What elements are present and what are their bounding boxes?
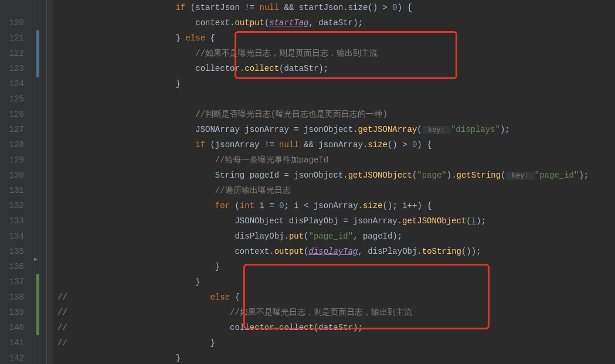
code-line[interactable]: }	[57, 274, 615, 290]
code-editor[interactable]: if (startJson != null && startJson.size(…	[53, 0, 615, 364]
restore-arrow-icon[interactable]: ▶	[34, 252, 38, 267]
line-number: 127	[0, 122, 24, 137]
line-number: 122	[0, 46, 24, 61]
code-line[interactable]: //判断是否曝光日志(曝光日志也是页面日志的一种)	[57, 107, 615, 122]
code-line[interactable]: if (startJson != null && startJson.size(…	[57, 0, 615, 15]
commented-code: //	[57, 338, 67, 348]
line-number: 121	[0, 30, 24, 46]
line-number: 139	[0, 305, 24, 320]
code-line[interactable]: //给每一条曝光事件加pageId	[57, 152, 615, 168]
commented-code: //	[57, 323, 67, 332]
code-line[interactable]: }	[57, 259, 615, 274]
code-line[interactable]	[57, 91, 615, 107]
line-number	[0, 0, 24, 15]
line-number: 137	[0, 274, 24, 290]
line-number: 124	[0, 76, 24, 91]
code-line[interactable]: // else {	[57, 290, 615, 305]
line-number: 141	[0, 335, 24, 351]
code-line[interactable]: String pageId = jsonObject.getJSONObject…	[57, 168, 615, 183]
line-number: 123	[0, 61, 24, 76]
line-number: 128	[0, 137, 24, 152]
line-number: 136	[0, 259, 24, 274]
line-number: 140	[0, 320, 24, 335]
code-line[interactable]: //如果不是曝光日志，则是页面日志，输出到主流	[57, 46, 615, 61]
vcs-change-marker[interactable]	[36, 30, 39, 77]
fold-strip	[41, 0, 53, 364]
line-number: 120	[0, 15, 24, 30]
line-number: 133	[0, 213, 24, 229]
commented-code: //	[57, 292, 67, 302]
code-line[interactable]: context.output(startTag, dataStr);	[57, 15, 615, 30]
code-line[interactable]: if (jsonArray != null && jsonArray.size(…	[57, 137, 615, 152]
code-line[interactable]: disPlayObj.put("page_id", pageId);	[57, 229, 615, 244]
code-line[interactable]: collector.collect(dataStr);	[57, 61, 615, 76]
vcs-change-strip: ▶	[35, 0, 41, 364]
line-number: 130	[0, 168, 24, 183]
line-number: 142	[0, 351, 24, 364]
code-line[interactable]: //遍历输出曝光日志	[57, 183, 615, 198]
code-line[interactable]: JSONArray jsonArray = jsonObject.getJSON…	[57, 122, 615, 137]
code-line[interactable]: // collector.collect(dataStr);	[57, 320, 615, 335]
code-line[interactable]: for (int i = 0; i < jsonArray.size(); i+…	[57, 198, 615, 213]
code-line[interactable]: context.output(displayTag, disPlayObj.to…	[57, 244, 615, 259]
code-line[interactable]: // //如果不是曝光日志，则是页面日志，输出到主流	[57, 305, 615, 320]
line-number: 138	[0, 290, 24, 305]
line-number: 135	[0, 244, 24, 259]
line-number: 126	[0, 107, 24, 122]
line-number-gutter: 1201211221231241251261271281291301311321…	[0, 0, 35, 364]
code-line[interactable]: }	[57, 76, 615, 91]
code-line[interactable]: // }	[57, 335, 615, 351]
line-number: 129	[0, 152, 24, 168]
line-number: 131	[0, 183, 24, 198]
code-line[interactable]: }	[57, 351, 615, 364]
commented-code: //	[57, 308, 67, 317]
line-number: 134	[0, 229, 24, 244]
code-line[interactable]: } else {	[57, 30, 615, 46]
line-number: 125	[0, 91, 24, 107]
code-line[interactable]: JSONObject disPlayObj = jsonArray.getJSO…	[57, 213, 615, 229]
line-number: 132	[0, 198, 24, 213]
vcs-change-marker[interactable]	[36, 274, 39, 335]
